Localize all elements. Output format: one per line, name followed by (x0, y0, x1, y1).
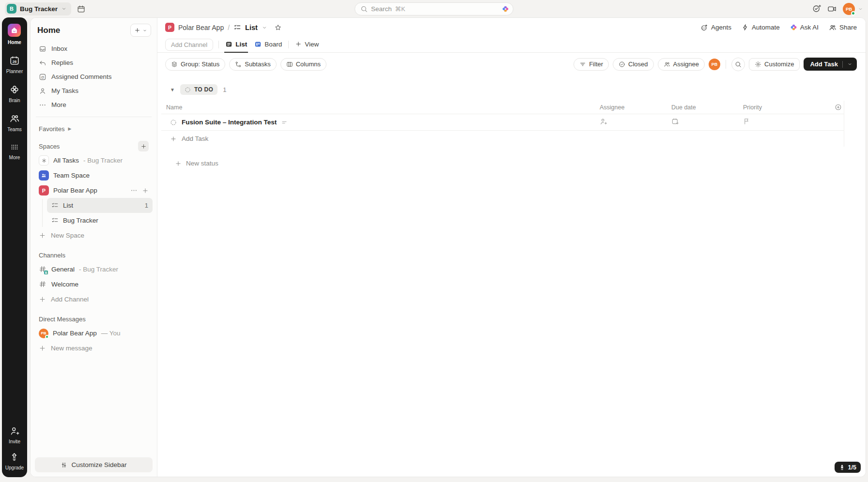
automate-button[interactable]: Automate (742, 24, 780, 31)
task-description-icon[interactable] (281, 120, 287, 125)
chevron-down-icon[interactable] (858, 6, 863, 12)
space-item-polar-bear-app[interactable]: P Polar Bear App (35, 183, 153, 198)
agents-button[interactable]: Agents (700, 24, 731, 31)
assignee-filter-button[interactable]: Assignee (658, 58, 705, 71)
invite-person-plus-icon (10, 426, 20, 436)
top-bar: B Bug Tracker Search ⌘K PB (0, 0, 868, 16)
channels-header: Channels (35, 248, 153, 262)
add-column-button[interactable] (826, 104, 844, 111)
app-rail: Home 26 Planner Brain Teams More Inv (2, 17, 27, 477)
sidebar-item-more[interactable]: More (35, 98, 153, 112)
rail-item-brain[interactable]: Brain (9, 84, 20, 103)
sidebar-item-my-tasks[interactable]: My Tasks (35, 84, 153, 98)
rail-item-upgrade[interactable]: Upgrade (5, 452, 24, 470)
search-placeholder: Search (371, 5, 392, 13)
sidebar-divider (36, 117, 152, 117)
ask-ai-button[interactable]: Ask AI (790, 24, 819, 31)
space-add-icon[interactable] (142, 187, 149, 194)
collapse-caret-icon[interactable]: ▼ (170, 87, 175, 92)
customize-sidebar-button[interactable]: Customize Sidebar (35, 457, 153, 472)
search-tasks-button[interactable] (731, 58, 745, 71)
rail-item-invite[interactable]: Invite (9, 426, 20, 444)
add-task-button[interactable]: Add Task (804, 58, 857, 71)
new-message-button[interactable]: New message (35, 341, 153, 355)
tab-board[interactable]: Board (253, 37, 283, 53)
workspace-switcher[interactable]: B Bug Tracker (5, 2, 71, 15)
group-by-button[interactable]: Group: Status (165, 58, 225, 71)
online-status-dot (45, 335, 49, 339)
set-priority-flag-icon[interactable] (743, 118, 750, 125)
space-label: Polar Bear App (53, 187, 97, 194)
plus-icon (39, 296, 46, 303)
favorites-toggle[interactable]: Favorites ▶ (35, 122, 153, 136)
breadcrumb-space-avatar[interactable]: P (165, 23, 174, 32)
view-tabs: Add Channel List Board View (157, 37, 866, 53)
channel-label: Welcome (51, 281, 78, 288)
table-row[interactable]: Fusion Suite – Integration Test (161, 114, 844, 131)
list-view-icon (225, 41, 232, 48)
add-view-button[interactable]: View (294, 37, 320, 53)
sidebar-item-label: More (51, 101, 66, 108)
space-options-icon[interactable] (130, 187, 138, 194)
quick-create-task-icon[interactable] (812, 4, 821, 13)
rail-item-planner[interactable]: 26 Planner (6, 55, 23, 74)
list-item-bug-tracker[interactable]: Bug Tracker (47, 213, 153, 228)
rail-item-more[interactable]: More (9, 142, 20, 160)
inbox-icon (39, 45, 46, 53)
breadcrumb-separator: / (228, 24, 230, 31)
add-space-button[interactable] (138, 141, 149, 151)
task-name[interactable]: Fusion Suite – Integration Test (182, 119, 277, 126)
rail-item-home[interactable]: Home (8, 24, 21, 45)
online-status-dot (851, 11, 855, 15)
breadcrumb-space[interactable]: Polar Bear App (178, 24, 224, 31)
subtasks-button[interactable]: Subtasks (229, 58, 276, 71)
space-item-all-tasks[interactable]: All Tasks - Bug Tracker (35, 153, 153, 168)
breadcrumb-view[interactable]: List (245, 24, 258, 31)
status-pill[interactable]: TO DO (180, 84, 217, 95)
layers-icon (171, 61, 178, 68)
filter-funnel-icon (579, 61, 586, 68)
space-label: Team Space (53, 172, 90, 179)
add-due-date-icon[interactable] (671, 118, 679, 125)
columns-button[interactable]: Columns (280, 58, 326, 71)
dm-item-self[interactable]: PB Polar Bear App — You (35, 326, 153, 341)
upgrade-arrow-icon (9, 452, 19, 462)
calendar-icon[interactable] (77, 5, 85, 13)
workspace-name: Bug Tracker (20, 5, 58, 13)
space-item-team-space[interactable]: Team Space (35, 168, 153, 183)
sidebar-item-replies[interactable]: Replies (35, 56, 153, 70)
lightning-icon (742, 24, 749, 31)
search-input[interactable]: Search ⌘K (355, 2, 513, 15)
dm-header: Direct Messages (35, 312, 153, 326)
group-task-count: 1 (223, 86, 226, 93)
list-item-list[interactable]: List 1 (47, 198, 153, 213)
sidebar-create-button[interactable] (130, 24, 151, 37)
add-channel-tab-button[interactable]: Add Channel (165, 39, 213, 51)
space-suffix: - Bug Tracker (83, 157, 123, 164)
clip-record-icon[interactable] (827, 4, 837, 14)
task-status-icon[interactable] (170, 119, 177, 126)
sidebar-item-assigned-comments[interactable]: @ Assigned Comments (35, 70, 153, 84)
rail-item-teams[interactable]: Teams (7, 113, 21, 132)
add-task-row[interactable]: Add Task (161, 131, 844, 147)
user-avatar[interactable]: PB (843, 3, 855, 15)
add-assignee-icon[interactable] (600, 118, 607, 125)
usage-badge[interactable]: 1/5 (835, 462, 861, 473)
favorite-star-icon[interactable] (274, 24, 282, 31)
add-channel-button[interactable]: Add Channel (35, 292, 153, 306)
tab-list[interactable]: List (224, 37, 248, 53)
new-space-button[interactable]: New Space (35, 228, 153, 242)
customize-button[interactable]: Customize (749, 58, 800, 71)
assignee-avatar[interactable]: PB (709, 59, 720, 70)
person-icon (664, 61, 670, 68)
chevron-down-icon[interactable] (262, 25, 267, 30)
closed-button[interactable]: Closed (613, 58, 653, 71)
new-status-button[interactable]: New status (175, 160, 866, 167)
chevron-down-icon[interactable] (847, 61, 852, 67)
share-button[interactable]: Share (829, 24, 857, 31)
sidebar-item-inbox[interactable]: Inbox (35, 42, 153, 56)
ai-flower-icon[interactable] (502, 5, 509, 13)
channel-item-welcome[interactable]: Welcome (35, 277, 153, 292)
filter-button[interactable]: Filter (574, 58, 609, 71)
channel-item-general[interactable]: B General - Bug Tracker (35, 262, 153, 277)
